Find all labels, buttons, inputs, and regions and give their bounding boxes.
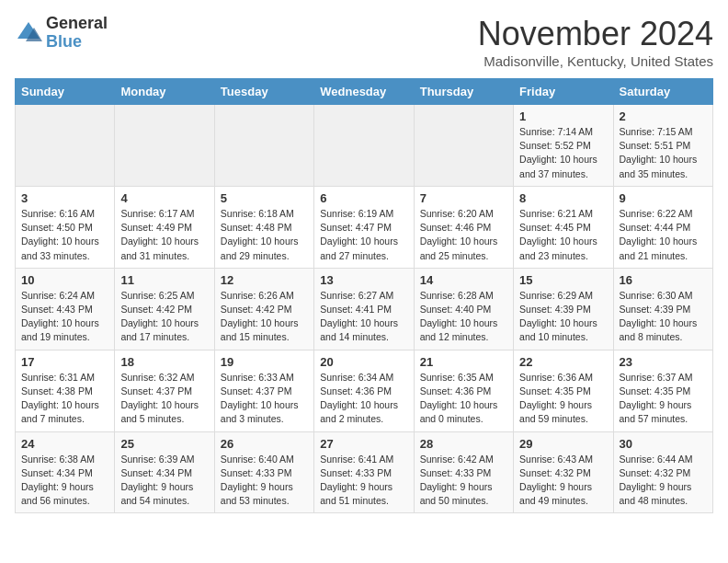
calendar-day-cell: 10Sunrise: 6:24 AM Sunset: 4:43 PM Dayli…	[16, 268, 115, 350]
day-number: 9	[620, 191, 707, 205]
day-number: 17	[21, 355, 108, 369]
page-header: General Blue November 2024 Madisonville,…	[15, 15, 713, 69]
calendar-week-row: 3Sunrise: 6:16 AM Sunset: 4:50 PM Daylig…	[16, 186, 713, 268]
calendar-day-cell: 7Sunrise: 6:20 AM Sunset: 4:46 PM Daylig…	[414, 186, 513, 268]
calendar-week-row: 10Sunrise: 6:24 AM Sunset: 4:43 PM Dayli…	[16, 268, 713, 350]
day-number: 1	[519, 109, 607, 123]
day-info: Sunrise: 6:44 AM Sunset: 4:32 PM Dayligh…	[620, 453, 707, 509]
day-info: Sunrise: 7:14 AM Sunset: 5:52 PM Dayligh…	[519, 125, 607, 181]
day-info: Sunrise: 6:19 AM Sunset: 4:47 PM Dayligh…	[320, 207, 407, 263]
calendar-day-cell: 4Sunrise: 6:17 AM Sunset: 4:49 PM Daylig…	[115, 186, 214, 268]
day-number: 5	[221, 191, 308, 205]
day-number: 12	[221, 273, 308, 287]
calendar-day-cell: 18Sunrise: 6:32 AM Sunset: 4:37 PM Dayli…	[115, 350, 214, 431]
calendar-day-cell: 2Sunrise: 7:15 AM Sunset: 5:51 PM Daylig…	[613, 105, 712, 187]
day-number: 13	[320, 273, 407, 287]
day-info: Sunrise: 6:42 AM Sunset: 4:33 PM Dayligh…	[420, 453, 507, 509]
calendar-week-row: 1Sunrise: 7:14 AM Sunset: 5:52 PM Daylig…	[16, 105, 713, 187]
calendar-day-cell: 21Sunrise: 6:35 AM Sunset: 4:36 PM Dayli…	[414, 350, 513, 431]
day-info: Sunrise: 6:43 AM Sunset: 4:32 PM Dayligh…	[519, 453, 607, 509]
day-info: Sunrise: 6:16 AM Sunset: 4:50 PM Dayligh…	[21, 207, 108, 263]
day-info: Sunrise: 6:35 AM Sunset: 4:36 PM Dayligh…	[420, 371, 507, 427]
day-number: 25	[120, 437, 208, 451]
day-number: 18	[120, 355, 208, 369]
title-area: November 2024 Madisonville, Kentucky, Un…	[478, 15, 713, 69]
day-number: 15	[519, 273, 607, 287]
calendar-day-cell: 30Sunrise: 6:44 AM Sunset: 4:32 PM Dayli…	[613, 431, 712, 513]
calendar-day-cell: 1Sunrise: 7:14 AM Sunset: 5:52 PM Daylig…	[514, 105, 613, 187]
day-info: Sunrise: 6:25 AM Sunset: 4:42 PM Dayligh…	[120, 289, 208, 345]
day-number: 11	[120, 273, 208, 287]
day-info: Sunrise: 6:20 AM Sunset: 4:46 PM Dayligh…	[420, 207, 507, 263]
calendar-day-header: Tuesday	[214, 79, 313, 105]
calendar-day-cell	[16, 105, 115, 187]
day-number: 24	[21, 437, 108, 451]
calendar-day-cell: 23Sunrise: 6:37 AM Sunset: 4:35 PM Dayli…	[613, 350, 712, 431]
logo: General Blue	[15, 15, 108, 52]
calendar-day-header: Friday	[514, 79, 613, 105]
calendar-day-cell: 20Sunrise: 6:34 AM Sunset: 4:36 PM Dayli…	[314, 350, 414, 431]
day-info: Sunrise: 6:33 AM Sunset: 4:37 PM Dayligh…	[221, 371, 308, 427]
calendar-day-cell: 24Sunrise: 6:38 AM Sunset: 4:34 PM Dayli…	[16, 431, 115, 513]
day-number: 27	[320, 437, 407, 451]
day-info: Sunrise: 6:18 AM Sunset: 4:48 PM Dayligh…	[221, 207, 308, 263]
day-info: Sunrise: 6:39 AM Sunset: 4:34 PM Dayligh…	[120, 453, 208, 509]
day-number: 16	[620, 273, 707, 287]
calendar-day-cell: 19Sunrise: 6:33 AM Sunset: 4:37 PM Dayli…	[214, 350, 313, 431]
month-title: November 2024	[478, 15, 713, 53]
calendar-day-cell: 29Sunrise: 6:43 AM Sunset: 4:32 PM Dayli…	[514, 431, 613, 513]
calendar-day-cell: 9Sunrise: 6:22 AM Sunset: 4:44 PM Daylig…	[613, 186, 712, 268]
day-info: Sunrise: 6:41 AM Sunset: 4:33 PM Dayligh…	[320, 453, 407, 509]
day-number: 14	[420, 273, 507, 287]
day-info: Sunrise: 6:38 AM Sunset: 4:34 PM Dayligh…	[21, 453, 108, 509]
day-number: 29	[519, 437, 607, 451]
day-number: 2	[620, 109, 707, 123]
calendar-day-cell	[115, 105, 214, 187]
calendar-day-cell: 28Sunrise: 6:42 AM Sunset: 4:33 PM Dayli…	[414, 431, 513, 513]
day-number: 23	[620, 355, 707, 369]
logo-text: General Blue	[46, 15, 108, 52]
calendar-day-cell: 26Sunrise: 6:40 AM Sunset: 4:33 PM Dayli…	[214, 431, 313, 513]
day-info: Sunrise: 6:21 AM Sunset: 4:45 PM Dayligh…	[519, 207, 607, 263]
day-number: 4	[120, 191, 208, 205]
calendar-day-cell: 14Sunrise: 6:28 AM Sunset: 4:40 PM Dayli…	[414, 268, 513, 350]
day-info: Sunrise: 6:37 AM Sunset: 4:35 PM Dayligh…	[620, 371, 707, 427]
calendar-week-row: 24Sunrise: 6:38 AM Sunset: 4:34 PM Dayli…	[16, 431, 713, 513]
day-number: 20	[320, 355, 407, 369]
calendar-day-cell: 25Sunrise: 6:39 AM Sunset: 4:34 PM Dayli…	[115, 431, 214, 513]
calendar-day-cell: 8Sunrise: 6:21 AM Sunset: 4:45 PM Daylig…	[514, 186, 613, 268]
calendar-week-row: 17Sunrise: 6:31 AM Sunset: 4:38 PM Dayli…	[16, 350, 713, 431]
calendar-day-cell: 16Sunrise: 6:30 AM Sunset: 4:39 PM Dayli…	[613, 268, 712, 350]
day-number: 21	[420, 355, 507, 369]
day-number: 3	[21, 191, 108, 205]
calendar-day-cell: 27Sunrise: 6:41 AM Sunset: 4:33 PM Dayli…	[314, 431, 414, 513]
day-number: 22	[519, 355, 607, 369]
day-number: 28	[420, 437, 507, 451]
calendar-day-cell: 6Sunrise: 6:19 AM Sunset: 4:47 PM Daylig…	[314, 186, 414, 268]
day-info: Sunrise: 6:29 AM Sunset: 4:39 PM Dayligh…	[519, 289, 607, 345]
day-info: Sunrise: 6:30 AM Sunset: 4:39 PM Dayligh…	[620, 289, 707, 345]
day-info: Sunrise: 6:31 AM Sunset: 4:38 PM Dayligh…	[21, 371, 108, 427]
day-info: Sunrise: 7:15 AM Sunset: 5:51 PM Dayligh…	[620, 125, 707, 181]
calendar-day-cell: 3Sunrise: 6:16 AM Sunset: 4:50 PM Daylig…	[16, 186, 115, 268]
day-info: Sunrise: 6:26 AM Sunset: 4:42 PM Dayligh…	[221, 289, 308, 345]
calendar-header: SundayMondayTuesdayWednesdayThursdayFrid…	[16, 79, 713, 105]
calendar-day-header: Wednesday	[314, 79, 414, 105]
day-info: Sunrise: 6:32 AM Sunset: 4:37 PM Dayligh…	[120, 371, 208, 427]
day-info: Sunrise: 6:17 AM Sunset: 4:49 PM Dayligh…	[120, 207, 208, 263]
day-info: Sunrise: 6:22 AM Sunset: 4:44 PM Dayligh…	[620, 207, 707, 263]
day-info: Sunrise: 6:34 AM Sunset: 4:36 PM Dayligh…	[320, 371, 407, 427]
day-number: 30	[620, 437, 707, 451]
location: Madisonville, Kentucky, United States	[478, 53, 713, 69]
day-info: Sunrise: 6:27 AM Sunset: 4:41 PM Dayligh…	[320, 289, 407, 345]
calendar-day-cell	[314, 105, 414, 187]
day-number: 7	[420, 191, 507, 205]
day-info: Sunrise: 6:36 AM Sunset: 4:35 PM Dayligh…	[519, 371, 607, 427]
calendar-day-header: Thursday	[414, 79, 513, 105]
day-info: Sunrise: 6:24 AM Sunset: 4:43 PM Dayligh…	[21, 289, 108, 345]
calendar-day-cell: 22Sunrise: 6:36 AM Sunset: 4:35 PM Dayli…	[514, 350, 613, 431]
calendar-day-cell: 15Sunrise: 6:29 AM Sunset: 4:39 PM Dayli…	[514, 268, 613, 350]
calendar-day-cell: 11Sunrise: 6:25 AM Sunset: 4:42 PM Dayli…	[115, 268, 214, 350]
day-number: 10	[21, 273, 108, 287]
day-number: 6	[320, 191, 407, 205]
